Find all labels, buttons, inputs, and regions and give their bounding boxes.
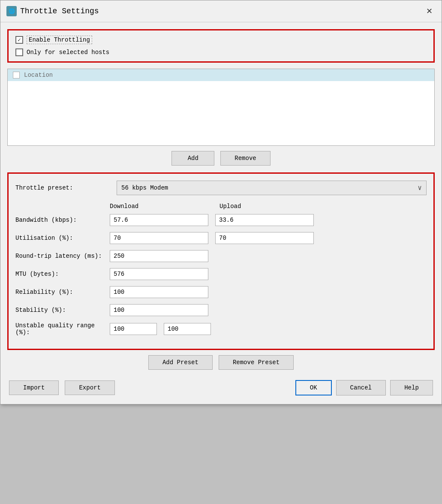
throttle-settings-box: Throttle preset: 56 kbps Modem ∨ Downloa… — [7, 172, 435, 350]
mtu-input[interactable] — [110, 268, 208, 280]
location-column-label: Location — [24, 72, 53, 78]
stability-row: Stability (%): — [15, 304, 427, 316]
ok-button[interactable]: OK — [295, 380, 332, 395]
unstable-quality-input-1[interactable] — [110, 323, 157, 335]
throttle-preset-label: Throttle preset: — [15, 184, 110, 191]
stability-input[interactable] — [110, 304, 208, 316]
bandwidth-row: Bandwidth (kbps): — [15, 214, 427, 226]
location-table: Location — [7, 69, 435, 146]
preset-action-buttons: Add Preset Remove Preset — [7, 355, 435, 370]
only-selected-hosts-row: Only for selected hosts — [15, 48, 427, 56]
preset-row: Throttle preset: 56 kbps Modem ∨ — [15, 181, 427, 195]
download-column-label: Download — [110, 203, 213, 210]
reliability-inputs — [110, 286, 208, 298]
main-content: Enable Throttling Only for selected host… — [0, 22, 442, 404]
add-button[interactable]: Add — [171, 151, 214, 166]
table-action-buttons: Add Remove — [7, 151, 435, 166]
mtu-inputs — [110, 268, 208, 280]
title-bar: 🌐 Throttle Settings ✕ — [0, 0, 442, 22]
import-button[interactable]: Import — [9, 380, 59, 395]
latency-label: Round-trip latency (ms): — [15, 253, 110, 260]
latency-inputs — [110, 250, 208, 262]
upload-column-label: Upload — [219, 203, 322, 210]
reliability-label: Reliability (%): — [15, 289, 110, 296]
bottom-buttons: Import Export OK Cancel Help — [7, 377, 435, 397]
help-button[interactable]: Help — [390, 380, 433, 395]
unstable-quality-label: Unstable quality range (%): — [15, 322, 110, 336]
reliability-input[interactable] — [110, 286, 208, 298]
only-selected-hosts-label: Only for selected hosts — [27, 49, 109, 56]
only-selected-hosts-checkbox[interactable] — [15, 48, 23, 56]
enable-throttling-label: Enable Throttling — [27, 36, 92, 44]
bottom-left-buttons: Import Export — [9, 380, 115, 395]
location-header: Location — [8, 69, 434, 81]
latency-download-input[interactable] — [110, 250, 208, 262]
unstable-quality-row: Unstable quality range (%): — [15, 322, 427, 336]
throttle-settings-window: 🌐 Throttle Settings ✕ Enable Throttling … — [0, 0, 442, 404]
bandwidth-inputs — [110, 214, 314, 226]
unstable-quality-input-2[interactable] — [164, 323, 211, 335]
bandwidth-label: Bandwidth (kbps): — [15, 217, 110, 223]
utilisation-label: Utilisation (%): — [15, 235, 110, 241]
bandwidth-download-input[interactable] — [110, 214, 208, 226]
latency-row: Round-trip latency (ms): — [15, 250, 427, 262]
remove-preset-button[interactable]: Remove Preset — [219, 355, 294, 370]
close-button[interactable]: ✕ — [423, 5, 436, 18]
download-upload-header: Download Upload — [15, 203, 427, 210]
bottom-right-buttons: OK Cancel Help — [295, 380, 433, 395]
utilisation-upload-input[interactable] — [215, 232, 314, 244]
throttling-options-box: Enable Throttling Only for selected host… — [7, 29, 435, 63]
mtu-label: MTU (bytes): — [15, 271, 110, 278]
location-header-checkbox[interactable] — [13, 72, 20, 78]
window-icon: 🌐 — [6, 6, 17, 16]
enable-throttling-row: Enable Throttling — [15, 36, 427, 44]
stability-label: Stability (%): — [15, 307, 110, 314]
location-table-body — [8, 81, 434, 145]
bandwidth-upload-input[interactable] — [215, 214, 314, 226]
mtu-row: MTU (bytes): — [15, 268, 427, 280]
window-title: Throttle Settings — [20, 7, 99, 15]
cancel-button[interactable]: Cancel — [336, 380, 386, 395]
export-button[interactable]: Export — [65, 380, 114, 395]
add-preset-button[interactable]: Add Preset — [148, 355, 213, 370]
utilisation-inputs — [110, 232, 314, 244]
utilisation-download-input[interactable] — [110, 232, 208, 244]
chevron-down-icon: ∨ — [418, 184, 422, 192]
stability-inputs — [110, 304, 208, 316]
unstable-quality-inputs — [110, 323, 211, 335]
enable-throttling-checkbox[interactable] — [15, 36, 23, 44]
utilisation-row: Utilisation (%): — [15, 232, 427, 244]
remove-button[interactable]: Remove — [220, 151, 270, 166]
throttle-preset-dropdown[interactable]: 56 kbps Modem ∨ — [117, 181, 427, 195]
reliability-row: Reliability (%): — [15, 286, 427, 298]
title-bar-left: 🌐 Throttle Settings — [6, 6, 99, 16]
preset-dropdown-text: 56 kbps Modem — [121, 184, 418, 191]
